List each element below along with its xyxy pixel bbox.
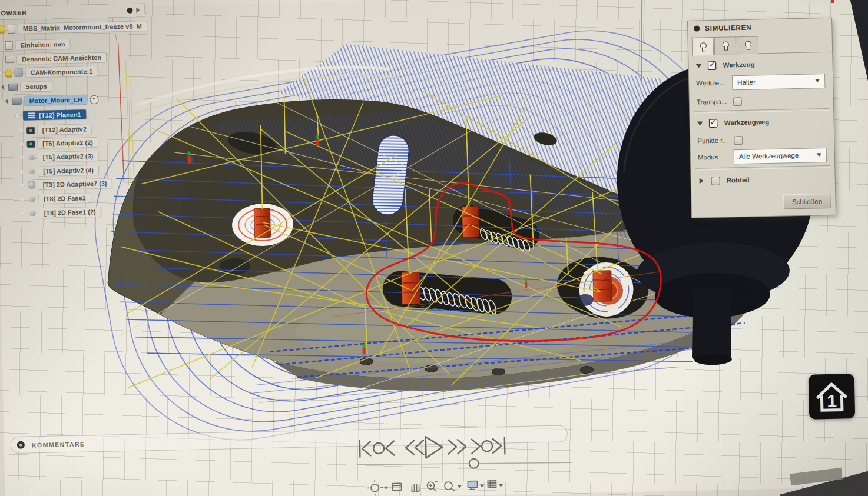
expander-icon[interactable]: [20, 141, 24, 147]
skip-end-button[interactable]: [493, 438, 505, 454]
step-back-button[interactable]: [406, 440, 423, 455]
tree-label-views: Benannte CAM-Ansichten: [17, 53, 106, 64]
section-caret-collapsed-icon[interactable]: [700, 178, 704, 184]
simulate-dialog: SIMULIEREN Werkzeug Werkze... Halter Tra…: [688, 18, 836, 218]
tab-info[interactable]: [737, 36, 759, 54]
add-comment-icon[interactable]: [17, 441, 25, 449]
tree-label-setups: Setups: [21, 82, 52, 92]
sidebar-item-op-adaptiv2-3[interactable]: [T5] Adaptiv2 (3): [20, 149, 98, 164]
folder-icon: [5, 56, 14, 63]
timeline-handle[interactable]: [469, 458, 479, 468]
pan-button[interactable]: [411, 484, 419, 492]
chevron-down-icon: [498, 484, 503, 487]
werkzeug-label: Werkzeug: [723, 61, 754, 69]
sidebar-item-op-fase1-2[interactable]: [T8] 2D Fase1 (2): [21, 205, 100, 220]
look-at-button[interactable]: [392, 483, 401, 490]
divider: [695, 165, 830, 171]
skip-start-button[interactable]: [360, 440, 371, 457]
visibility-bulb-icon[interactable]: [0, 25, 5, 33]
facing-op-icon: [28, 112, 35, 119]
tree-label-component: CAM-Komponente:1: [25, 66, 97, 78]
sidebar-item-named-views[interactable]: Benannte CAM-Ansichten: [5, 51, 106, 66]
next-operation-button[interactable]: [472, 439, 492, 454]
expander-icon[interactable]: [22, 211, 26, 217]
werkzeugweg-checkbox[interactable]: [708, 118, 717, 127]
dialog-grip-icon: [694, 25, 700, 31]
expander-icon[interactable]: [0, 70, 3, 76]
grid-settings-button[interactable]: [488, 481, 503, 488]
adaptive-op-icon: [27, 127, 35, 134]
comment-label: KOMMENTARE: [32, 440, 85, 448]
sidebar-item-op-adaptiv2[interactable]: [T12] Adaptiv2: [19, 122, 91, 137]
expander-icon[interactable]: [21, 169, 25, 175]
tab-tool[interactable]: [692, 37, 714, 56]
previous-operation-button[interactable]: [373, 441, 394, 455]
rohteil-label: Rohteil: [727, 177, 750, 184]
sidebar-item-units[interactable]: Einheiten: mm: [5, 38, 69, 52]
op-label: [T6] Adaptiv2 (2): [38, 138, 98, 148]
chamfer-op-icon: [29, 210, 37, 216]
tree-label-units: Einheiten: mm: [15, 39, 69, 50]
sidebar-item-op-planen1[interactable]: [T12] Planen1: [16, 108, 86, 122]
close-button-label: Schließen: [792, 198, 822, 205]
op-label: [T8] 2D Fase1: [39, 193, 91, 204]
expander-icon[interactable]: [20, 128, 24, 134]
display-settings-button[interactable]: [468, 481, 484, 490]
sidebar-item-op-2d-adaptive7[interactable]: [T3] 2D Adaptive7 (3): [21, 177, 111, 191]
sidebar-item-setup-motor-mount[interactable]: Motor_Mount_LH: [6, 93, 99, 108]
sidebar-item-setups[interactable]: Setups: [2, 80, 52, 94]
sidebar-item-op-adaptiv2-2[interactable]: [T6] Adaptiv2 (2): [20, 136, 98, 151]
section-caret-icon[interactable]: [696, 64, 702, 68]
panel-dot-icon[interactable]: [127, 8, 132, 14]
info-tab-icon: [743, 41, 751, 50]
section-werkzeugweg: Werkzeugweg: [690, 114, 833, 131]
timeline-track[interactable]: [357, 460, 572, 467]
expander-open-icon[interactable]: [5, 99, 11, 104]
points-checkbox[interactable]: [734, 135, 743, 144]
sidebar-item-cam-component[interactable]: CAM-Komponente:1: [0, 65, 98, 80]
step-forward-button[interactable]: [448, 440, 466, 454]
expander-icon[interactable]: [21, 197, 25, 202]
tab-toolpath[interactable]: [714, 36, 737, 55]
sidebar-item-op-adaptiv2-4[interactable]: [T5] Adaptiv2 (4): [21, 164, 98, 178]
orbit-button[interactable]: [367, 480, 389, 496]
row-points: Punkte r...: [690, 131, 834, 148]
section-rohteil: Rohteil: [691, 171, 834, 188]
panel-collapse-icon[interactable]: [136, 7, 140, 13]
active-setup-radio-icon[interactable]: [90, 95, 99, 104]
dialog-tabs: [688, 34, 833, 55]
document-icon: [8, 24, 15, 33]
visibility-bulb-icon[interactable]: [5, 69, 11, 76]
close-button[interactable]: Schließen: [783, 194, 831, 209]
play-button[interactable]: [426, 437, 443, 458]
divider: [694, 108, 829, 114]
section-caret-icon[interactable]: [697, 121, 703, 125]
expander-open-icon[interactable]: [1, 85, 6, 89]
browser-header-label: OWSER: [1, 9, 26, 16]
zoom-window-button[interactable]: [445, 482, 462, 491]
left-yellow-lines: [125, 59, 134, 183]
expander-icon[interactable]: [16, 113, 20, 119]
chevron-down-icon: [479, 484, 484, 487]
setup-folder-icon: [8, 84, 18, 91]
home-badge-number: 1: [827, 391, 837, 411]
dialog-titlebar[interactable]: SIMULIEREN: [688, 18, 831, 36]
monitor-screen: OWSER MBS_Matrix_Motormount_freeze v8_M …: [0, 0, 868, 496]
expander-icon[interactable]: [21, 182, 25, 188]
chamfer-op-icon: [28, 196, 36, 202]
units-icon: [5, 41, 12, 49]
transparent-checkbox[interactable]: [733, 96, 742, 105]
rohteil-checkbox[interactable]: [711, 176, 720, 185]
sidebar-item-op-fase1[interactable]: [T8] 2D Fase1: [21, 191, 91, 205]
mode-select[interactable]: Alle Werkzeugwege: [734, 148, 826, 164]
tool-select[interactable]: Halter: [733, 74, 824, 89]
adaptive-op-icon: [28, 168, 35, 174]
werkzeug-checkbox[interactable]: [707, 61, 716, 69]
op-label: [T5] Adaptiv2 (3): [38, 151, 98, 162]
expander-icon[interactable]: [21, 155, 25, 161]
green-axis-line-2: [642, 0, 645, 42]
navigation-toolbar: [363, 475, 508, 496]
section-werkzeug: Werkzeug: [688, 56, 832, 73]
adaptive-op-icon: [28, 154, 35, 160]
zoom-button[interactable]: [427, 481, 438, 491]
